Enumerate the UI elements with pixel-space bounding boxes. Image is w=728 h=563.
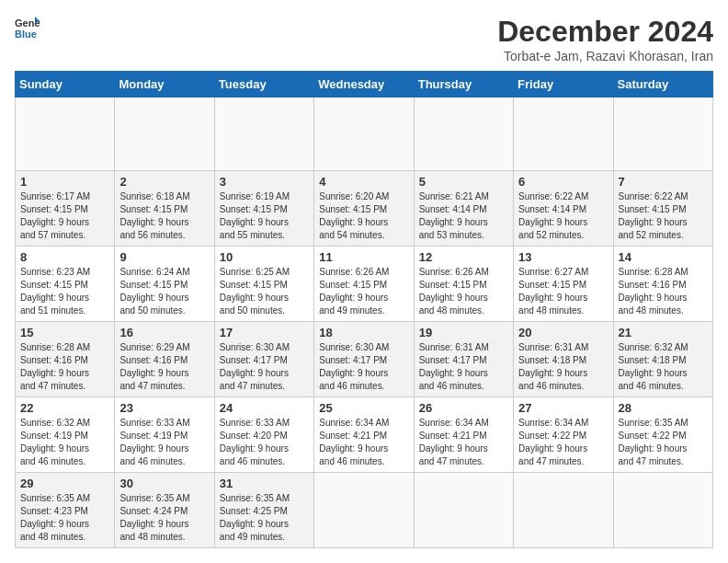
calendar-cell: 12Sunrise: 6:26 AM Sunset: 4:15 PM Dayli… bbox=[414, 247, 513, 322]
header: General Blue December 2024 Torbat-e Jam,… bbox=[15, 15, 713, 63]
day-info: Sunrise: 6:31 AM Sunset: 4:17 PM Dayligh… bbox=[419, 341, 508, 393]
day-info: Sunrise: 6:25 AM Sunset: 4:15 PM Dayligh… bbox=[220, 266, 309, 317]
calendar-week-row: 22Sunrise: 6:32 AM Sunset: 4:19 PM Dayli… bbox=[16, 397, 713, 473]
day-number: 13 bbox=[518, 250, 608, 264]
day-info: Sunrise: 6:29 AM Sunset: 4:16 PM Dayligh… bbox=[119, 341, 209, 393]
calendar-cell: 15Sunrise: 6:28 AM Sunset: 4:16 PM Dayli… bbox=[16, 322, 115, 397]
day-number: 1 bbox=[20, 175, 109, 189]
column-header-wednesday: Wednesday bbox=[314, 72, 414, 98]
day-number: 28 bbox=[619, 401, 708, 415]
day-info: Sunrise: 6:35 AM Sunset: 4:24 PM Dayligh… bbox=[119, 492, 209, 544]
day-number: 26 bbox=[419, 401, 508, 415]
calendar-cell: 25Sunrise: 6:34 AM Sunset: 4:21 PM Dayli… bbox=[314, 397, 414, 473]
calendar-cell bbox=[16, 98, 115, 171]
calendar-cell: 16Sunrise: 6:29 AM Sunset: 4:16 PM Dayli… bbox=[115, 322, 214, 397]
calendar-cell bbox=[115, 98, 214, 171]
day-info: Sunrise: 6:28 AM Sunset: 4:16 PM Dayligh… bbox=[20, 341, 109, 393]
column-header-monday: Monday bbox=[115, 72, 214, 98]
day-number: 2 bbox=[119, 175, 209, 189]
calendar-cell: 14Sunrise: 6:28 AM Sunset: 4:16 PM Dayli… bbox=[613, 247, 712, 322]
logo: General Blue bbox=[15, 15, 42, 40]
day-info: Sunrise: 6:33 AM Sunset: 4:20 PM Dayligh… bbox=[220, 417, 309, 468]
calendar-cell bbox=[314, 98, 414, 171]
day-info: Sunrise: 6:32 AM Sunset: 4:19 PM Dayligh… bbox=[20, 417, 109, 468]
calendar-cell bbox=[414, 473, 513, 548]
day-info: Sunrise: 6:28 AM Sunset: 4:16 PM Dayligh… bbox=[619, 266, 708, 317]
calendar-week-row: 29Sunrise: 6:35 AM Sunset: 4:23 PM Dayli… bbox=[16, 473, 713, 548]
calendar-cell: 6Sunrise: 6:22 AM Sunset: 4:14 PM Daylig… bbox=[514, 171, 613, 247]
day-number: 11 bbox=[319, 250, 408, 264]
day-number: 9 bbox=[119, 250, 209, 264]
calendar-cell: 30Sunrise: 6:35 AM Sunset: 4:24 PM Dayli… bbox=[115, 473, 214, 548]
day-info: Sunrise: 6:30 AM Sunset: 4:17 PM Dayligh… bbox=[319, 341, 408, 393]
svg-text:Blue: Blue bbox=[15, 29, 37, 40]
day-info: Sunrise: 6:17 AM Sunset: 4:15 PM Dayligh… bbox=[20, 190, 109, 242]
day-number: 10 bbox=[220, 250, 309, 264]
day-number: 27 bbox=[518, 401, 608, 415]
day-info: Sunrise: 6:27 AM Sunset: 4:15 PM Dayligh… bbox=[518, 266, 608, 317]
calendar-cell: 11Sunrise: 6:26 AM Sunset: 4:15 PM Dayli… bbox=[314, 247, 414, 322]
calendar-cell bbox=[514, 98, 613, 171]
calendar-cell: 23Sunrise: 6:33 AM Sunset: 4:19 PM Dayli… bbox=[115, 397, 214, 473]
day-number: 5 bbox=[419, 175, 508, 189]
day-number: 17 bbox=[220, 326, 309, 339]
calendar-cell: 29Sunrise: 6:35 AM Sunset: 4:23 PM Dayli… bbox=[16, 473, 115, 548]
day-info: Sunrise: 6:34 AM Sunset: 4:22 PM Dayligh… bbox=[518, 417, 608, 468]
column-header-sunday: Sunday bbox=[16, 72, 115, 98]
calendar-subtitle: Torbat-e Jam, Razavi Khorasan, Iran bbox=[497, 49, 713, 63]
day-info: Sunrise: 6:35 AM Sunset: 4:22 PM Dayligh… bbox=[619, 417, 708, 468]
calendar-cell: 5Sunrise: 6:21 AM Sunset: 4:14 PM Daylig… bbox=[414, 171, 513, 247]
calendar-cell: 27Sunrise: 6:34 AM Sunset: 4:22 PM Dayli… bbox=[514, 397, 613, 473]
day-number: 21 bbox=[619, 326, 708, 339]
calendar-week-row: 1Sunrise: 6:17 AM Sunset: 4:15 PM Daylig… bbox=[16, 171, 713, 247]
day-number: 12 bbox=[419, 250, 508, 264]
calendar-cell: 4Sunrise: 6:20 AM Sunset: 4:15 PM Daylig… bbox=[314, 171, 414, 247]
day-number: 14 bbox=[619, 250, 708, 264]
calendar-table: SundayMondayTuesdayWednesdayThursdayFrid… bbox=[15, 71, 713, 548]
day-number: 25 bbox=[319, 401, 408, 415]
day-info: Sunrise: 6:26 AM Sunset: 4:15 PM Dayligh… bbox=[319, 266, 408, 317]
calendar-cell: 8Sunrise: 6:23 AM Sunset: 4:15 PM Daylig… bbox=[16, 247, 115, 322]
calendar-body: 1Sunrise: 6:17 AM Sunset: 4:15 PM Daylig… bbox=[16, 98, 713, 548]
calendar-cell: 26Sunrise: 6:34 AM Sunset: 4:21 PM Dayli… bbox=[414, 397, 513, 473]
calendar-week-row: 15Sunrise: 6:28 AM Sunset: 4:16 PM Dayli… bbox=[16, 322, 713, 397]
day-info: Sunrise: 6:34 AM Sunset: 4:21 PM Dayligh… bbox=[419, 417, 508, 468]
day-number: 19 bbox=[419, 326, 508, 339]
calendar-cell: 13Sunrise: 6:27 AM Sunset: 4:15 PM Dayli… bbox=[514, 247, 613, 322]
day-number: 29 bbox=[20, 477, 109, 490]
day-number: 22 bbox=[20, 401, 109, 415]
calendar-cell: 10Sunrise: 6:25 AM Sunset: 4:15 PM Dayli… bbox=[214, 247, 313, 322]
day-info: Sunrise: 6:34 AM Sunset: 4:21 PM Dayligh… bbox=[319, 417, 408, 468]
day-number: 8 bbox=[20, 250, 109, 264]
day-info: Sunrise: 6:24 AM Sunset: 4:15 PM Dayligh… bbox=[119, 266, 209, 317]
calendar-cell bbox=[214, 98, 313, 171]
day-info: Sunrise: 6:18 AM Sunset: 4:15 PM Dayligh… bbox=[119, 190, 209, 242]
calendar-cell bbox=[414, 98, 513, 171]
day-info: Sunrise: 6:31 AM Sunset: 4:18 PM Dayligh… bbox=[518, 341, 608, 393]
calendar-cell: 7Sunrise: 6:22 AM Sunset: 4:15 PM Daylig… bbox=[613, 171, 712, 247]
calendar-header-row: SundayMondayTuesdayWednesdayThursdayFrid… bbox=[16, 72, 713, 98]
day-number: 3 bbox=[220, 175, 309, 189]
day-number: 16 bbox=[119, 326, 209, 339]
column-header-friday: Friday bbox=[514, 72, 613, 98]
calendar-cell: 21Sunrise: 6:32 AM Sunset: 4:18 PM Dayli… bbox=[613, 322, 712, 397]
day-number: 4 bbox=[319, 175, 408, 189]
day-number: 31 bbox=[220, 477, 309, 490]
day-info: Sunrise: 6:35 AM Sunset: 4:25 PM Dayligh… bbox=[220, 492, 309, 544]
day-info: Sunrise: 6:23 AM Sunset: 4:15 PM Dayligh… bbox=[20, 266, 109, 317]
calendar-cell bbox=[514, 473, 613, 548]
calendar-cell bbox=[613, 98, 712, 171]
day-info: Sunrise: 6:22 AM Sunset: 4:14 PM Dayligh… bbox=[518, 190, 608, 242]
day-number: 20 bbox=[518, 326, 608, 339]
day-number: 18 bbox=[319, 326, 408, 339]
day-number: 30 bbox=[119, 477, 209, 490]
day-number: 15 bbox=[20, 326, 109, 339]
calendar-week-row: 8Sunrise: 6:23 AM Sunset: 4:15 PM Daylig… bbox=[16, 247, 713, 322]
day-number: 6 bbox=[518, 175, 608, 189]
calendar-cell: 28Sunrise: 6:35 AM Sunset: 4:22 PM Dayli… bbox=[613, 397, 712, 473]
day-info: Sunrise: 6:22 AM Sunset: 4:15 PM Dayligh… bbox=[619, 190, 708, 242]
calendar-cell: 22Sunrise: 6:32 AM Sunset: 4:19 PM Dayli… bbox=[16, 397, 115, 473]
day-info: Sunrise: 6:35 AM Sunset: 4:23 PM Dayligh… bbox=[20, 492, 109, 544]
calendar-cell: 1Sunrise: 6:17 AM Sunset: 4:15 PM Daylig… bbox=[16, 171, 115, 247]
day-number: 24 bbox=[220, 401, 309, 415]
